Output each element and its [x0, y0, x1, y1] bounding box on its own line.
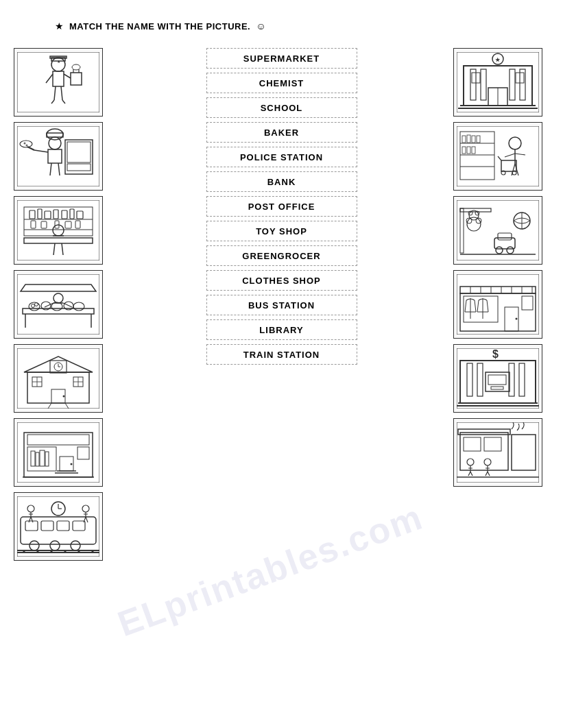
- label-supermarket[interactable]: SUPERMARKET: [206, 48, 357, 69]
- right-image-3: [453, 196, 542, 265]
- label-police-station[interactable]: POLICE STATION: [206, 147, 357, 167]
- label-toy-shop[interactable]: TOY SHOP: [206, 221, 357, 241]
- center-labels-column: SUPERMARKET CHEMIST SCHOOL BAKER POLICE …: [206, 48, 357, 365]
- label-chemist[interactable]: CHEMIST: [206, 73, 357, 93]
- svg-point-93: [71, 463, 73, 465]
- label-clothes-shop[interactable]: CLOTHES SHOP: [206, 270, 357, 291]
- label-greengrocer[interactable]: GREENGROCER: [206, 245, 357, 266]
- svg-rect-84: [17, 422, 99, 483]
- svg-text:$: $: [492, 348, 499, 360]
- svg-point-25: [26, 145, 28, 147]
- right-images-column: ★: [453, 48, 549, 487]
- left-image-1: ★: [14, 48, 103, 117]
- left-image-6: [14, 418, 103, 487]
- label-baker[interactable]: BAKER: [206, 122, 357, 143]
- page: ★ MATCH THE NAME WITH THE PICTURE. ☺ ★: [0, 0, 563, 728]
- right-image-1: ★: [453, 48, 542, 117]
- main-layout: ★: [14, 48, 549, 561]
- left-images-column: ★: [14, 48, 110, 561]
- svg-point-193: [516, 318, 518, 320]
- left-image-5: [14, 344, 103, 413]
- svg-rect-16: [17, 126, 99, 186]
- svg-text:★: ★: [57, 60, 60, 64]
- svg-rect-164: [457, 200, 539, 260]
- left-image-3: [14, 196, 103, 265]
- svg-text:★: ★: [495, 57, 501, 63]
- svg-point-24: [24, 143, 26, 145]
- smiley-icon: ☺: [256, 21, 265, 32]
- right-image-5: $: [453, 344, 542, 413]
- instruction-row: ★ MATCH THE NAME WITH THE PICTURE. ☺: [14, 21, 549, 32]
- right-image-2: [453, 122, 542, 191]
- right-image-4: [453, 270, 542, 339]
- label-bank[interactable]: BANK: [206, 171, 357, 192]
- star-icon: ★: [55, 21, 64, 32]
- svg-rect-31: [17, 200, 99, 260]
- instruction-text: MATCH THE NAME WITH THE PICTURE.: [69, 21, 250, 32]
- left-image-7: [14, 492, 103, 561]
- label-post-office[interactable]: POST OFFICE: [206, 196, 357, 217]
- svg-rect-67: [17, 348, 99, 409]
- svg-point-81: [63, 396, 65, 398]
- left-image-4: [14, 270, 103, 339]
- left-image-2: [14, 122, 103, 191]
- right-image-6: [453, 418, 542, 487]
- label-train-station[interactable]: TRAIN STATION: [206, 344, 357, 365]
- label-bus-station[interactable]: BUS STATION: [206, 295, 357, 315]
- label-school[interactable]: SCHOOL: [206, 97, 357, 118]
- label-library[interactable]: LIBRARY: [206, 319, 357, 340]
